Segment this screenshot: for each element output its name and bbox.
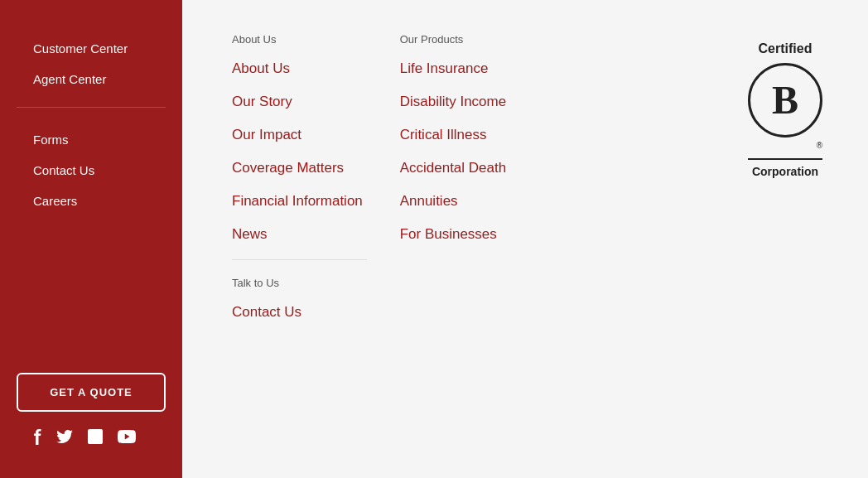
linkedin-icon[interactable] — [88, 429, 103, 448]
contact-us-main-link[interactable]: Contact Us — [232, 304, 367, 321]
financial-information-link[interactable]: Financial Information — [232, 193, 367, 210]
about-us-link[interactable]: About Us — [232, 60, 367, 77]
products-col: Our Products Life Insurance Disability I… — [400, 33, 535, 445]
about-col: About Us About Us Our Story Our Impact C… — [232, 33, 367, 445]
sidebar-item-customer-center[interactable]: Customer Center — [0, 33, 182, 64]
get-quote-button[interactable]: GET A QUOTE — [17, 373, 166, 412]
our-story-link[interactable]: Our Story — [232, 94, 367, 110]
corporation-label: Corporation — [752, 165, 818, 178]
our-impact-link[interactable]: Our Impact — [232, 127, 367, 143]
sidebar-item-agent-center[interactable]: Agent Center — [0, 64, 182, 94]
main-content: About Us About Us Our Story Our Impact C… — [182, 0, 868, 478]
youtube-icon[interactable] — [118, 430, 136, 447]
twitter-icon[interactable] — [56, 430, 73, 448]
sidebar-top: Customer Center Agent Center Forms Conta… — [0, 17, 182, 356]
sidebar-item-contact-us[interactable]: Contact Us — [0, 155, 182, 186]
facebook-icon[interactable] — [33, 428, 41, 449]
talk-section-label: Talk to Us — [232, 277, 367, 289]
cert-underline — [748, 158, 822, 160]
products-section-label: Our Products — [400, 33, 535, 46]
b-letter: B — [772, 80, 798, 120]
b-corp-circle: B — [748, 63, 822, 138]
sidebar-item-forms[interactable]: Forms — [0, 124, 182, 155]
secondary-nav-group: Forms Contact Us Careers — [0, 124, 182, 216]
primary-nav-group: Customer Center Agent Center — [0, 33, 182, 94]
accidental-death-link[interactable]: Accidental Death — [400, 160, 535, 176]
critical-illness-link[interactable]: Critical Illness — [400, 127, 535, 143]
for-businesses-link[interactable]: For Businesses — [400, 226, 535, 243]
disability-income-link[interactable]: Disability Income — [400, 94, 535, 110]
certified-b-corp: Certified B ® Corporation — [735, 33, 835, 445]
annuities-link[interactable]: Annuities — [400, 193, 535, 210]
registered-mark: ® — [748, 141, 822, 150]
sidebar: Customer Center Agent Center Forms Conta… — [0, 0, 182, 478]
about-section-label: About Us — [232, 33, 367, 46]
news-link[interactable]: News — [232, 226, 367, 243]
sidebar-divider — [17, 107, 166, 108]
coverage-matters-link[interactable]: Coverage Matters — [232, 160, 367, 176]
social-icons-group — [33, 428, 136, 449]
sidebar-item-careers[interactable]: Careers — [0, 186, 182, 216]
talk-separator — [232, 259, 367, 260]
certified-title: Certified — [759, 41, 813, 56]
sidebar-bottom: GET A QUOTE — [0, 356, 182, 461]
spacer — [567, 33, 702, 445]
life-insurance-link[interactable]: Life Insurance — [400, 60, 535, 77]
